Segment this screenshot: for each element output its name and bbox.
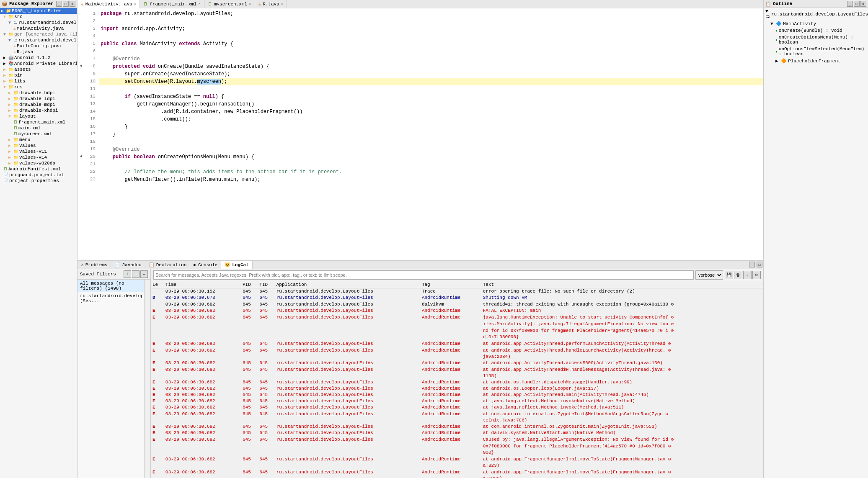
drawable-xhdpi[interactable]: ▶ 📁 drawable-xhdpi bbox=[0, 108, 77, 113]
tab-problems[interactable]: ⚠ Problems bbox=[78, 261, 111, 269]
project-root[interactable]: ▶ 📁 P005_1_LayoutFiles bbox=[0, 8, 77, 14]
logcat-row[interactable]: E 03-29 00:06:30.682 645 645 ru.startand… bbox=[151, 411, 763, 417]
bottom-minimize[interactable]: _ bbox=[749, 262, 755, 267]
logcat-row[interactable]: a:823) bbox=[151, 463, 763, 469]
tab-mainactivity-close[interactable]: × bbox=[134, 2, 136, 6]
remove-filter-btn[interactable]: − bbox=[132, 270, 140, 278]
logcat-row[interactable]: E 03-29 00:06:30.682 645 645 ru.startand… bbox=[151, 314, 763, 321]
outline-minimize[interactable]: _ bbox=[847, 1, 853, 7]
tab-myscreen-close[interactable]: × bbox=[249, 2, 251, 6]
filter-app[interactable]: ru.startandroid.develop.LayoutFiles (Ses… bbox=[78, 292, 144, 305]
logcat-row[interactable]: E 03-29 00:06:30.682 645 645 ru.startand… bbox=[151, 469, 763, 475]
outline-close[interactable]: × bbox=[860, 1, 866, 7]
outline-class-placeholder[interactable]: ▶ 🔶 PlaceholderFragment bbox=[764, 57, 868, 64]
drawable-mdpi[interactable]: ▶ 📁 drawable-mdpi bbox=[0, 102, 77, 108]
logcat-row[interactable]: D 03-29 00:06:30.673 645 645 ru.startand… bbox=[151, 295, 763, 301]
editor-area[interactable]: 1 package ru.startandroid.develop.Layout… bbox=[78, 8, 763, 260]
layout-folder[interactable]: ▼ 📁 layout bbox=[0, 113, 77, 119]
close-btn[interactable]: × bbox=[70, 1, 75, 7]
logcat-row[interactable]: E 03-29 00:06:30.682 645 645 ru.startand… bbox=[151, 347, 763, 354]
values-v11-folder[interactable]: ▶ 📁 values-v11 bbox=[0, 149, 77, 154]
res-folder[interactable]: ▼ 📁 res bbox=[0, 84, 77, 90]
android-private-node[interactable]: ▶ 📚 Android Private Libraries bbox=[0, 61, 77, 67]
tab-fragment-close[interactable]: × bbox=[198, 2, 200, 6]
tab-declaration[interactable]: 📋 Declaration bbox=[145, 261, 191, 269]
outline-method-onoptionsitemselected[interactable]: ● onOptionsItemSelected(MenuItem) : bool… bbox=[764, 46, 868, 57]
logcat-row[interactable]: E 03-29 00:06:30.682 645 645 ru.startand… bbox=[151, 366, 763, 373]
tab-javadoc[interactable]: 📄 Javadoc bbox=[111, 261, 145, 269]
logcat-row[interactable]: 0x7f080000 for fragment PlaceholderFragm… bbox=[151, 443, 763, 450]
clear-log-btn[interactable]: 🗑 bbox=[734, 271, 742, 279]
drawable-ldpi[interactable]: ▶ 📁 drawable-ldpi bbox=[0, 96, 77, 102]
values-folder[interactable]: ▶ 📁 values bbox=[0, 143, 77, 149]
gen-folder[interactable]: ▼ 📁 gen [Generated Java Files] bbox=[0, 31, 77, 37]
tab-r[interactable]: ☕ R.java × bbox=[255, 0, 287, 8]
tab-logcat[interactable]: 🐱 LogCat bbox=[221, 261, 253, 269]
tab-fragment-main[interactable]: 🗒 fragment_main.xml × bbox=[140, 0, 204, 8]
filter-log-btn[interactable]: ⚙ bbox=[752, 271, 761, 279]
logcat-table[interactable]: Le Time PID TID Application Tag Text bbox=[151, 281, 763, 478]
src-folder[interactable]: ▼ 📁 src bbox=[0, 14, 77, 20]
minimize-btn[interactable]: _ bbox=[56, 1, 62, 7]
gen-package[interactable]: ▼ 🗂 ru.startandroid.develop.LayoutFiles bbox=[0, 37, 77, 43]
logcat-row[interactable]: E 03-29 00:06:30.682 645 645 ru.startand… bbox=[151, 360, 763, 366]
logcat-row[interactable]: E 03-29 00:06:30.682 645 645 ru.startand… bbox=[151, 392, 763, 398]
buildconfig-file[interactable]: ☕ BuildConfig.java bbox=[0, 43, 77, 49]
logcat-row[interactable]: E 03-29 00:06:30.682 645 645 ru.startand… bbox=[151, 424, 763, 430]
package-node[interactable]: ▼ 🗂 ru.startandroid.develop.LayoutFiles bbox=[0, 20, 77, 26]
outline-method-oncreate[interactable]: ● onCreate(Bundle) : void bbox=[764, 27, 868, 34]
logcat-row[interactable]: iles.MainActivity}: java.lang.IllegalArg… bbox=[151, 321, 763, 327]
logcat-row[interactable]: teInit.java:786) bbox=[151, 417, 763, 424]
tab-console[interactable]: ▶ Console bbox=[190, 261, 221, 269]
drawable-hdpi[interactable]: ▶ 📁 drawable-hdpi bbox=[0, 90, 77, 96]
save-log-btn[interactable]: 💾 bbox=[725, 271, 733, 279]
fragment-main-xml[interactable]: 🗒 fragment_main.xml bbox=[0, 119, 77, 125]
menu-folder[interactable]: ▶ 📁 menu bbox=[0, 137, 77, 143]
tab-mainactivity[interactable]: ☕ MainActivity.java × bbox=[78, 0, 140, 8]
scroll-log-btn[interactable]: ↓ bbox=[743, 271, 752, 279]
logcat-row[interactable]: E 03-29 00:06:30.682 645 645 ru.startand… bbox=[151, 385, 763, 392]
main-xml[interactable]: 🗒 main.xml bbox=[0, 125, 77, 131]
android412-node[interactable]: ▶ 🤖 Android 4.1.2 bbox=[0, 55, 77, 61]
logcat-row[interactable]: E 03-29 00:06:30.682 645 645 ru.startand… bbox=[151, 398, 763, 404]
r-file[interactable]: ☕ R.java bbox=[0, 49, 77, 55]
logcat-row[interactable]: 1195) bbox=[151, 373, 763, 379]
values-v14-folder[interactable]: ▶ 📁 values-v14 bbox=[0, 154, 77, 160]
add-filter-btn[interactable]: + bbox=[124, 270, 131, 278]
mainactivity-file[interactable]: ☕ MainActivity.java bbox=[0, 26, 77, 31]
logcat-row[interactable]: E 03-29 00:06:30.682 645 645 ru.startand… bbox=[151, 340, 763, 347]
outline-class-mainactivity[interactable]: ▼ 🔷 MainActivity bbox=[764, 20, 868, 27]
outline-method-oncreateoptionsmenu[interactable]: ● onCreateOptionsMenu(Menu) : boolean bbox=[764, 34, 868, 46]
logcat-row[interactable]: nd for id 0x7f080000 for fragment Placeh… bbox=[151, 327, 763, 334]
tab-myscreen[interactable]: 🗒 myscreen.xml × bbox=[204, 0, 255, 8]
logcat-row[interactable]: 000} bbox=[151, 450, 763, 456]
logcat-row[interactable]: java:2084) bbox=[151, 354, 763, 360]
logcat-row[interactable]: E 03-29 00:06:30.682 645 645 ru.startand… bbox=[151, 404, 763, 411]
libs-folder[interactable]: ▶ 📁 libs bbox=[0, 78, 77, 84]
logcat-row[interactable]: E 03-29 00:06:30.682 645 645 ru.startand… bbox=[151, 456, 763, 463]
bin-folder[interactable]: ▶ 📁 bin bbox=[0, 72, 77, 78]
logcat-row[interactable]: 03-29 00:06:30.682 645 645 ru.startandro… bbox=[151, 301, 763, 308]
filter-all-messages[interactable]: All messages (no filters) (1498) bbox=[78, 280, 144, 292]
logcat-search-input[interactable] bbox=[153, 270, 694, 280]
maximize-btn[interactable]: □ bbox=[63, 1, 69, 7]
bottom-maximize[interactable]: □ bbox=[757, 262, 762, 267]
outline-maximize[interactable]: □ bbox=[854, 1, 860, 7]
logcat-row[interactable]: a:1035) bbox=[151, 475, 763, 478]
edit-filter-btn[interactable]: ✏ bbox=[140, 270, 148, 278]
logcat-row[interactable]: E 03-29 00:06:30.682 645 645 ru.startand… bbox=[151, 308, 763, 314]
android-manifest-file[interactable]: 🗒 AndroidManifest.xml bbox=[0, 166, 77, 172]
myscreen-xml[interactable]: 🗒 myscreen.xml bbox=[0, 131, 77, 137]
logcat-row[interactable]: d=0x7f080000} bbox=[151, 334, 763, 340]
assets-folder[interactable]: ▶ 📁 assets bbox=[0, 67, 77, 72]
logcat-row[interactable]: E 03-29 00:06:30.682 645 645 ru.startand… bbox=[151, 379, 763, 385]
project-properties-file[interactable]: 📄 project.properties bbox=[0, 178, 77, 184]
verbose-select[interactable]: verbose debug info warn error bbox=[695, 270, 723, 280]
logcat-row[interactable]: E 03-29 00:06:30.682 645 645 ru.startand… bbox=[151, 436, 763, 443]
values-w820dp-folder[interactable]: ▶ 📁 values-w820dp bbox=[0, 160, 77, 166]
proguard-file[interactable]: 📄 proguard-project.txt bbox=[0, 172, 77, 178]
tab-r-close[interactable]: × bbox=[281, 2, 283, 6]
outline-package[interactable]: ▼ 🗂 ru.startandroid.develop.LayoutFiles bbox=[764, 8, 868, 20]
logcat-row[interactable]: 03-29 00:06:30.152 645 645 ru.startandro… bbox=[151, 288, 763, 295]
logcat-row[interactable]: E 03-29 00:06:30.682 645 645 ru.startand… bbox=[151, 430, 763, 436]
